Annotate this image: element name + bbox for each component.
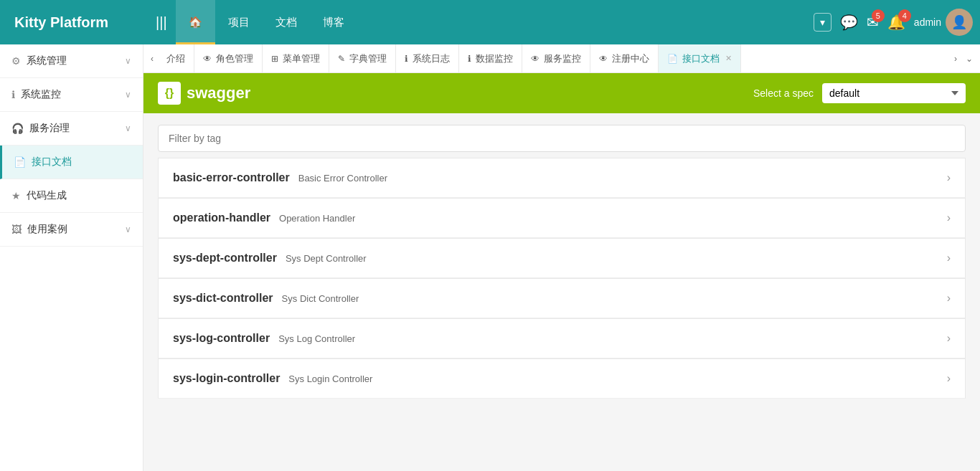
tabs-bar: ‹ 介绍 👁 角色管理 ⊞ 菜单管理 ✎ 字典管理 ℹ 系统日志 ℹ (143, 44, 980, 73)
controller-desc: Sys Login Controller (288, 374, 372, 384)
chevron-down-icon-2: ∨ (125, 90, 131, 100)
doc-icon: 📄 (14, 156, 26, 168)
nav-docs[interactable]: 文档 (263, 0, 310, 44)
filter-input[interactable] (158, 125, 966, 152)
tab-data-monitor-label: 数据监控 (476, 52, 513, 65)
eye-icon-service: 👁 (531, 54, 540, 64)
swagger-title: swagger (187, 84, 250, 103)
username: admin (914, 16, 941, 28)
chevron-right-icon: › (947, 292, 951, 305)
controller-name: sys-dept-controller (173, 252, 277, 265)
sidebar-item-service-mgmt[interactable]: 🎧 服务治理 ∨ (0, 112, 143, 146)
tab-intro-label: 介绍 (166, 52, 185, 65)
tab-register-center-label: 注册中心 (612, 52, 649, 65)
chevron-right-icon: › (947, 372, 951, 385)
tab-api-doc[interactable]: 📄 接口文档 ✕ (659, 44, 741, 73)
controller-item-sys-dict[interactable]: sys-dict-controller Sys Dict Controller … (158, 278, 966, 318)
tabs-right-arrow[interactable]: › (950, 54, 961, 64)
nav-projects[interactable]: 项目 (215, 0, 263, 44)
controller-item-sys-login[interactable]: sys-login-controller Sys Login Controlle… (158, 358, 966, 399)
tab-register-center[interactable]: 👁 注册中心 (590, 44, 659, 73)
info-icon-tab: ℹ (405, 54, 408, 64)
tab-data-monitor[interactable]: ℹ 数据监控 (459, 44, 522, 73)
tab-service-monitor-label: 服务监控 (544, 52, 581, 65)
swagger-logo-icon: {} (158, 82, 181, 105)
controller-desc: Sys Dict Controller (282, 293, 359, 304)
controller-name: sys-login-controller (173, 372, 280, 385)
controller-item-sys-dept[interactable]: sys-dept-controller Sys Dept Controller … (158, 238, 966, 278)
controller-name: sys-log-controller (173, 332, 270, 345)
tab-menu-mgmt-label: 菜单管理 (283, 52, 320, 65)
controller-name: sys-dict-controller (173, 292, 273, 305)
swagger-controller-list: basic-error-controller Basic Error Contr… (143, 158, 980, 399)
controller-desc: Sys Log Controller (278, 333, 355, 344)
swagger-spec-selector: Select a spec default (753, 83, 966, 103)
tab-sys-log[interactable]: ℹ 系统日志 (396, 44, 459, 73)
sidebar-label-system-monitor: 系统监控 (21, 88, 61, 101)
controller-item-sys-log[interactable]: sys-log-controller Sys Log Controller › (158, 318, 966, 358)
swagger-header: {} swagger Select a spec default (143, 73, 980, 113)
sidebar-label-system-mgmt: 系统管理 (27, 54, 67, 67)
controller-item-basic-error[interactable]: basic-error-controller Basic Error Contr… (158, 158, 966, 198)
messages-icon: 💬 (840, 14, 858, 31)
sidebar-toggle-button[interactable]: ||| (147, 14, 176, 31)
chevron-down-icon-3: ∨ (125, 123, 131, 133)
controller-desc: Sys Dept Controller (286, 253, 367, 264)
tabs-left-arrow[interactable]: ‹ (146, 54, 158, 64)
controller-desc: Operation Handler (279, 213, 355, 224)
sidebar-label-use-cases: 使用案例 (27, 223, 67, 236)
content-area: ‹ 介绍 👁 角色管理 ⊞ 菜单管理 ✎ 字典管理 ℹ 系统日志 ℹ (143, 44, 980, 471)
mail-button[interactable]: ✉ 5 (867, 14, 879, 31)
tab-dict-mgmt-label: 字典管理 (349, 52, 387, 65)
sidebar-item-system-monitor[interactable]: ℹ 系统监控 ∨ (0, 78, 143, 112)
tab-dict-mgmt[interactable]: ✎ 字典管理 (329, 44, 396, 73)
tab-service-monitor[interactable]: 👁 服务监控 (522, 44, 590, 73)
home-icon: 🏠 (189, 16, 202, 29)
nav-home[interactable]: 🏠 (176, 0, 215, 44)
tab-menu-mgmt[interactable]: ⊞ 菜单管理 (263, 44, 329, 73)
controller-name: basic-error-controller (173, 171, 290, 184)
nav-blog[interactable]: 博客 (310, 0, 357, 44)
chevron-right-icon: › (947, 332, 951, 345)
main-nav: 🏠 项目 文档 博客 (176, 0, 814, 44)
chevron-right-icon: › (947, 171, 951, 184)
gear-icon: ⚙ (11, 55, 21, 67)
dropdown-icon: ▾ (820, 16, 825, 28)
dropdown-button[interactable]: ▾ (814, 13, 831, 32)
eye-icon: 👁 (203, 54, 212, 64)
header-right: ▾ 💬 ✉ 5 🔔 4 admin 👤 (814, 9, 973, 36)
tab-role-mgmt[interactable]: 👁 角色管理 (194, 44, 263, 73)
image-icon: 🖼 (11, 224, 22, 235)
headset-icon: 🎧 (11, 123, 24, 134)
sidebar-label-code-gen: 代码生成 (27, 189, 67, 202)
swagger-content: {} swagger Select a spec default ba (143, 73, 980, 471)
tabs-right-controls: › ⌄ (950, 54, 977, 64)
info-icon-data: ℹ (468, 54, 471, 64)
tab-close-button[interactable]: ✕ (725, 54, 732, 63)
avatar: 👤 (946, 9, 973, 36)
bell-button[interactable]: 🔔 4 (887, 14, 905, 31)
logo: Kitty Platform (7, 14, 147, 31)
swagger-spec-select[interactable]: default (822, 83, 966, 103)
grid-icon: ⊞ (271, 54, 278, 64)
sidebar-label-api-docs: 接口文档 (32, 156, 72, 168)
sidebar-item-code-gen[interactable]: ★ 代码生成 (0, 179, 143, 213)
chevron-right-icon: › (947, 252, 951, 265)
tab-intro[interactable]: 介绍 (158, 44, 194, 73)
tab-role-mgmt-label: 角色管理 (216, 52, 253, 65)
tabs-expand-button[interactable]: ⌄ (961, 54, 977, 64)
header: Kitty Platform ||| 🏠 项目 文档 博客 ▾ 💬 ✉ 5 🔔 … (0, 0, 980, 44)
swagger-spec-label: Select a spec (753, 87, 814, 99)
messages-button[interactable]: 💬 (840, 14, 858, 31)
controller-name: operation-handler (173, 211, 270, 224)
eye-icon-register: 👁 (599, 54, 608, 64)
sidebar-item-system-mgmt[interactable]: ⚙ 系统管理 ∨ (0, 44, 143, 78)
sidebar-item-use-cases[interactable]: 🖼 使用案例 ∨ (0, 213, 143, 247)
sidebar-item-api-docs[interactable]: 📄 接口文档 (0, 146, 143, 179)
user-menu[interactable]: admin 👤 (914, 9, 973, 36)
controller-item-operation-handler[interactable]: operation-handler Operation Handler › (158, 198, 966, 238)
swagger-logo: {} swagger (158, 82, 250, 105)
tab-sys-log-label: 系统日志 (413, 52, 450, 65)
main-layout: ⚙ 系统管理 ∨ ℹ 系统监控 ∨ 🎧 服务治理 ∨ 📄 接口文档 (0, 44, 980, 471)
bell-badge: 4 (898, 9, 911, 22)
